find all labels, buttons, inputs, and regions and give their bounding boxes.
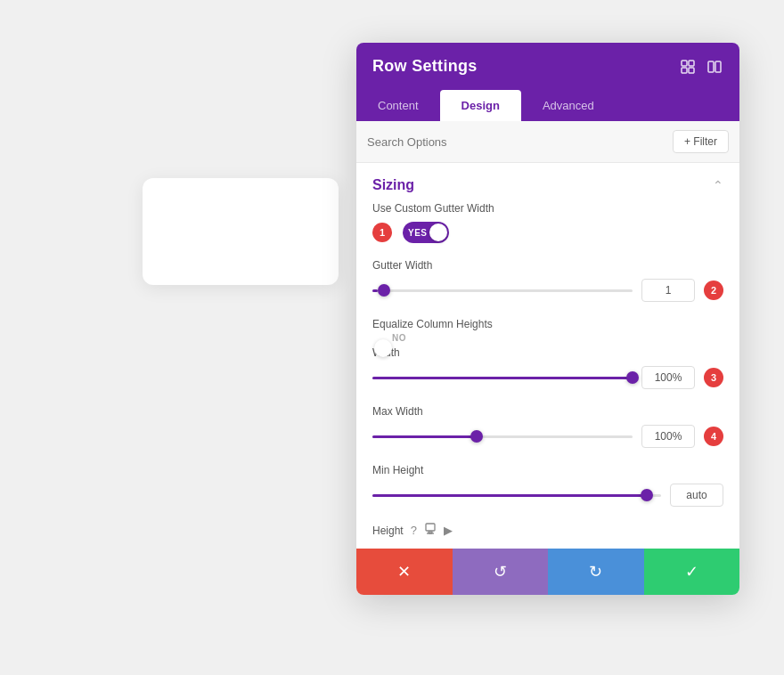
badge-1: 1 [372,223,392,242]
panel-title: Row Settings [372,57,478,76]
gutter-width-label: Gutter Width [372,259,723,272]
cancel-button[interactable]: ✕ [356,549,453,595]
save-button[interactable]: ✓ [644,549,740,595]
max-width-track [372,435,633,438]
gutter-width-input[interactable] [641,279,695,302]
max-width-slider[interactable] [372,427,633,445]
gutter-width-thumb[interactable] [378,284,390,297]
min-height-input[interactable] [670,484,723,507]
search-bar: + Filter [356,121,739,163]
custom-gutter-toggle-row: 1 YES [372,222,723,243]
sizing-section-header: Sizing ⌃ [372,163,723,202]
width-track [372,377,633,379]
equalize-heights-label: Equalize Column Heights [372,318,723,330]
redo-button[interactable]: ↻ [548,549,644,595]
min-height-thumb[interactable] [641,489,653,501]
row-settings-panel: Row Settings Content Design Advanced [356,43,739,595]
width-fill [372,377,633,379]
min-height-field: Min Height [372,464,723,507]
header-icons [679,58,723,76]
filter-button[interactable]: + Filter [673,130,729,153]
width-field: Width 3 [372,346,723,389]
search-input[interactable] [367,135,666,149]
width-slider[interactable] [372,369,633,386]
section-title: Sizing [372,177,414,193]
background-card [143,178,339,285]
gutter-width-slider-row: 2 [372,279,723,302]
max-width-thumb[interactable] [470,430,483,443]
max-width-label: Max Width [372,405,723,418]
svg-rect-4 [708,61,714,72]
svg-rect-1 [689,61,694,66]
width-input[interactable] [641,366,695,389]
custom-gutter-label: Use Custom Gutter Width [372,202,723,215]
badge-2: 2 [704,281,723,300]
gutter-width-field: Gutter Width 2 [372,259,723,302]
svg-rect-0 [682,61,687,66]
svg-rect-3 [689,68,694,73]
min-height-slider[interactable] [372,486,661,504]
tabs-bar: Content Design Advanced [356,90,739,121]
gutter-width-track [372,289,633,292]
height-row: Height ? ▶ [372,523,723,549]
panel-header: Row Settings [356,43,739,90]
width-thumb[interactable] [626,371,639,384]
badge-3: 3 [704,368,723,387]
width-label: Width [372,346,723,359]
max-width-input[interactable] [641,425,695,448]
custom-gutter-field: Use Custom Gutter Width 1 YES [372,202,723,243]
gutter-width-slider[interactable] [372,281,633,299]
max-width-field: Max Width 4 [372,405,723,448]
min-height-fill [372,494,647,497]
width-slider-row: 3 [372,366,723,389]
expand-icon[interactable] [679,58,697,76]
min-height-track [372,494,661,497]
tab-content[interactable]: Content [356,90,440,121]
content-area: Sizing ⌃ Use Custom Gutter Width 1 YES G… [356,163,739,549]
badge-4: 4 [704,427,723,446]
equalize-heights-field: Equalize Column Heights NO [372,318,723,330]
columns-icon[interactable] [706,58,723,76]
min-height-label: Min Height [372,464,723,476]
undo-button[interactable]: ↺ [453,549,549,595]
svg-rect-6 [426,524,435,531]
custom-gutter-toggle[interactable]: YES [403,222,449,243]
tab-design[interactable]: Design [440,90,521,121]
tab-advanced[interactable]: Advanced [521,90,616,121]
bottom-toolbar: ✕ ↺ ↻ ✓ [356,549,739,595]
min-height-slider-row [372,484,723,507]
max-width-slider-row: 4 [372,425,723,448]
height-label: Height [372,525,404,537]
help-icon[interactable]: ? [411,524,417,537]
device-icon[interactable] [424,523,437,538]
cursor-icon: ▶ [444,524,453,537]
chevron-up-icon[interactable]: ⌃ [713,178,723,192]
max-width-fill [372,435,477,438]
svg-rect-5 [715,61,721,72]
svg-rect-2 [682,68,687,73]
